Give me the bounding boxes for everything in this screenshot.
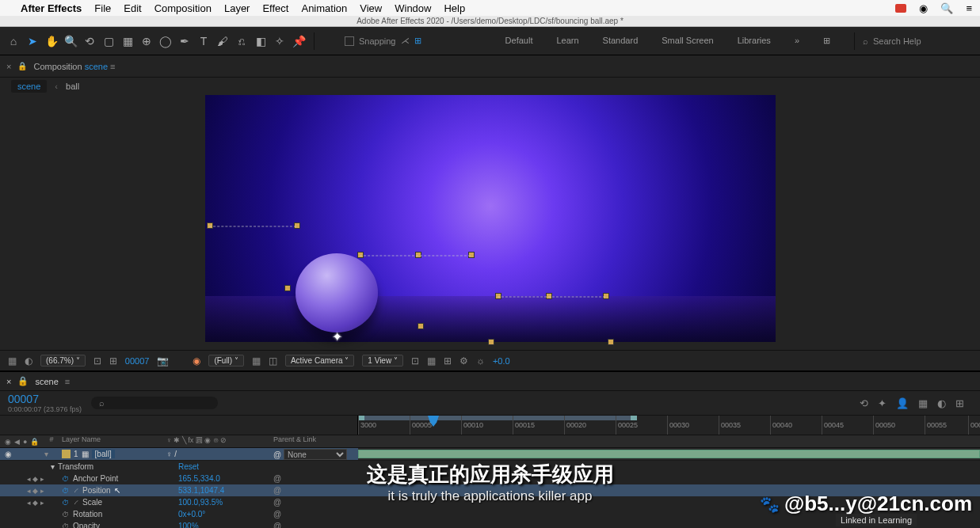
link-icon[interactable]: @ [273,498,281,507]
twirl-icon[interactable]: ▾ [44,450,48,458]
exposure-value[interactable]: +0.0 [493,356,510,366]
motion-handle[interactable] [608,339,614,345]
workspace-small-screen[interactable]: Small Screen [662,36,713,46]
orbit-tool-icon[interactable]: ⟲ [82,34,97,48]
menu-edit[interactable]: Edit [124,2,141,14]
motion-blur-icon[interactable]: ◐ [937,397,946,409]
view-opt4-icon[interactable]: ⚙ [459,355,468,367]
workspace-panel-icon[interactable]: ⊞ [823,36,830,46]
current-frame[interactable]: 00007 [125,356,150,366]
time-ruler[interactable]: 3000 00005 00010 00015 00020 00025 00030… [358,416,980,435]
transparency-icon[interactable]: ▦ [252,355,261,367]
clone-tool-icon[interactable]: ⎌ [235,34,249,48]
region-icon[interactable]: ▦ [8,355,17,367]
menu-composition[interactable]: Composition [154,2,212,14]
stopwatch-icon[interactable]: ⏱ [60,498,70,507]
graph-editor-icon[interactable]: ⊞ [955,397,964,409]
timeline-lock-icon[interactable]: 🔒 [17,376,29,386]
menu-effect[interactable]: Effect [262,2,288,14]
snapshot-icon[interactable]: 📷 [157,355,169,367]
zoom-tool-icon[interactable]: 🔍 [63,34,78,48]
keyframe-nav[interactable]: ◂ ◆ ▸ [27,475,44,483]
workspace-overflow-icon[interactable]: » [795,36,799,46]
puppet-tool-icon[interactable]: 📌 [292,34,306,48]
link-icon[interactable]: @ [273,522,281,528]
timeline-tab-scene[interactable]: scene [35,377,58,386]
keyframe-nav[interactable]: ◂ ◆ ▸ [27,487,44,495]
search-icon[interactable]: 🔍 [940,2,953,14]
mask-icon[interactable]: ◫ [269,355,277,367]
parent-dropdown[interactable]: None [284,449,347,460]
help-search-input[interactable]: Search Help [873,36,921,46]
timeline-tab-menu-icon[interactable]: ≡ [65,377,70,386]
res-icon[interactable]: ⊡ [93,355,101,367]
work-area-bar[interactable] [358,416,635,420]
snap-opt2-icon[interactable]: ⊞ [414,36,421,46]
pan-behind-tool-icon[interactable]: ⊕ [139,34,154,48]
link-icon[interactable]: @ [273,474,281,483]
camera-dropdown[interactable]: Active Camera ˅ [285,355,354,367]
eraser-tool-icon[interactable]: ◧ [254,34,268,48]
shy-icon[interactable]: 👤 [896,397,909,409]
layer-label-color[interactable] [62,450,71,458]
menu-view[interactable]: View [360,2,382,14]
parent-header[interactable]: Parent & Link [270,435,358,447]
menu-extra-icon[interactable]: ≡ [966,2,972,14]
comp-mini-flowchart-icon[interactable]: ⟲ [860,397,868,409]
current-timecode[interactable]: 00007 [8,393,78,405]
type-tool-icon[interactable]: T [196,34,211,48]
pen-tool-icon[interactable]: ✒ [177,34,192,48]
views-dropdown[interactable]: 1 View ˅ [362,355,403,367]
timeline-search-input[interactable]: ⌕ [91,397,218,409]
color-icon[interactable]: ◉ [193,355,200,367]
camera-tool-icon[interactable]: ▦ [120,34,135,48]
resolution-dropdown[interactable]: (Full) ˅ [208,355,244,367]
link-icon[interactable]: @ [273,510,281,519]
stopwatch-icon[interactable]: ⏱ [60,474,70,484]
ball-layer[interactable] [296,253,378,332]
exposure-icon[interactable]: ☼ [476,355,485,367]
lock-col-icon[interactable]: 🔒 [30,438,39,446]
panel-lock-icon[interactable]: 🔒 [17,62,27,70]
cc-icon[interactable]: ◉ [919,2,928,14]
layer-name[interactable]: [ball] [92,450,115,458]
frame-blend-icon[interactable]: ▦ [918,397,928,409]
composition-tab-label[interactable]: Composition scene ≡ [33,62,115,71]
pickwhip-icon[interactable]: @ [273,450,281,459]
visibility-toggle[interactable]: ◉ [5,450,12,458]
roto-tool-icon[interactable]: ✧ [273,34,287,48]
view-opt3-icon[interactable]: ⊞ [444,355,452,367]
selection-tool-icon[interactable]: ➤ [25,34,40,48]
app-name[interactable]: After Effects [21,2,82,14]
breadcrumb-ball[interactable]: ball [66,82,79,91]
rotate-tool-icon[interactable]: ▢ [101,34,116,48]
menu-animation[interactable]: Animation [301,2,347,14]
prop-opacity[interactable]: ⏱ Opacity 100% @ [0,520,980,528]
home-icon[interactable]: ⌂ [6,34,21,48]
stopwatch-icon[interactable]: ⏱ [60,486,70,496]
panel-close-icon[interactable]: × [6,62,11,71]
view-opt2-icon[interactable]: ▦ [427,355,436,367]
draft3d-icon[interactable]: ✦ [878,397,887,409]
transform-reset[interactable]: Reset [175,462,270,471]
composition-viewer[interactable]: ✦ [0,95,980,350]
breadcrumb-scene[interactable]: scene [11,80,47,93]
layer-name-header[interactable]: Layer Name [59,435,163,447]
alpha-icon[interactable]: ◐ [25,355,32,367]
menu-help[interactable]: Help [444,2,465,14]
menu-file[interactable]: File [94,2,111,14]
link-icon[interactable]: @ [273,486,281,495]
recorder-icon[interactable] [895,4,906,13]
motion-handle[interactable] [284,285,291,291]
grid-icon[interactable]: ⊞ [109,355,117,367]
brush-tool-icon[interactable]: 🖌 [215,34,230,48]
menu-layer[interactable]: Layer [224,2,250,14]
snapping-checkbox[interactable] [345,36,354,46]
menu-window[interactable]: Window [395,2,431,14]
solo-col-icon[interactable]: ● [23,438,27,446]
zoom-dropdown[interactable]: (66.7%) ˅ [40,355,86,367]
stopwatch-icon[interactable]: ⏱ [60,522,70,529]
audio-col-icon[interactable]: ◀ [14,438,20,446]
stopwatch-icon[interactable]: ⏱ [60,510,70,519]
twirl-transform-icon[interactable]: ▾ [51,462,55,471]
